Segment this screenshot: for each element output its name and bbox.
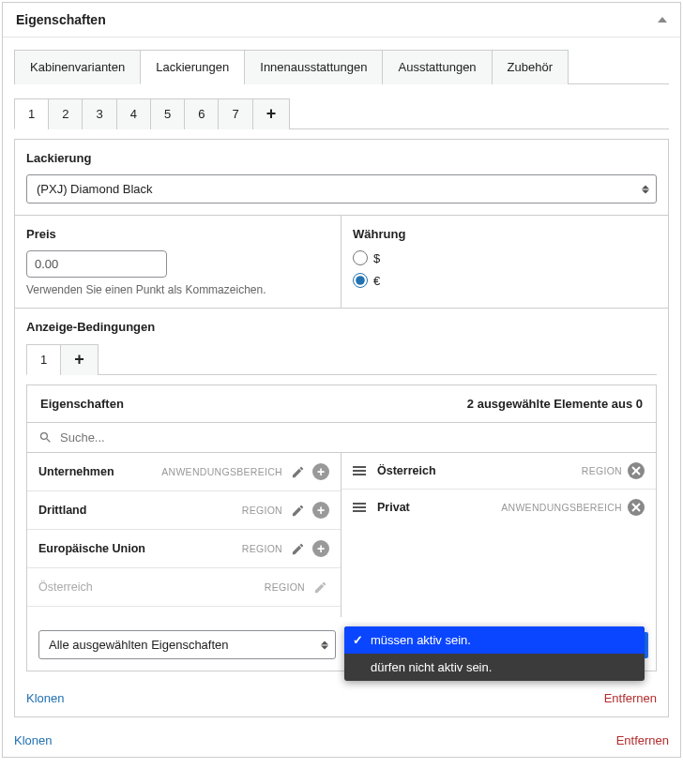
selected-list: Österreich REGION Privat ANWENDUNGSBEREI… [342,453,656,617]
props-count: 2 ausgewählte Elemente aus 0 [467,397,643,411]
available-list: Unternehmen ANWENDUNGSBEREICH + Drittlan… [27,453,342,617]
list-item[interactable]: Österreich REGION [342,453,656,490]
currency-eur-radio[interactable] [353,273,368,288]
tab-kabinenvarianten[interactable]: Kabinenvarianten [14,50,141,84]
currency-usd-label: $ [373,251,380,265]
edit-icon[interactable] [288,616,307,617]
panel-title: Eigenschaften [16,12,106,27]
preis-input[interactable] [26,250,167,278]
list-item: Crew Cab 5'7''-Bed KABINENVARIANTE + [27,607,341,617]
drag-handle-icon[interactable] [353,503,366,512]
clone-variant-button[interactable]: Klonen [14,733,52,747]
tab-lackierungen[interactable]: Lackierungen [140,50,245,84]
add-variant-button[interactable]: + [252,98,291,129]
list-item: Österreich REGION [27,568,341,607]
variant-tab-1[interactable]: 1 [14,98,49,129]
add-icon[interactable]: + [312,463,329,480]
lackierung-label: Lackierung [26,151,657,165]
edit-icon[interactable] [311,578,329,596]
remove-condition-button[interactable]: Entfernen [604,691,657,705]
currency-usd-radio[interactable] [353,250,368,265]
search-input[interactable] [60,430,645,445]
variant-tab-4[interactable]: 4 [116,98,151,129]
preis-label: Preis [26,227,329,241]
edit-icon[interactable] [288,462,307,481]
list-item: Drittland REGION + [27,491,341,530]
variant-tab-3[interactable]: 3 [82,98,116,129]
variant-tab-5[interactable]: 5 [150,98,185,129]
conditions-label: Anzeige-Bedingungen [26,320,657,334]
remove-variant-button[interactable]: Entfernen [616,733,669,747]
list-item: Europäische Union REGION + [27,530,341,568]
drag-handle-icon[interactable] [353,466,366,475]
search-icon [38,430,53,445]
main-tabs: Kabinenvarianten Lackierungen Innenausst… [14,49,669,84]
remove-icon[interactable] [628,499,645,516]
tab-ausstattungen[interactable]: Ausstattungen [382,50,492,84]
preis-hint: Verwenden Sie einen Punkt als Kommazeich… [26,283,329,296]
variant-tab-7[interactable]: 7 [218,98,252,129]
add-condition-button[interactable]: + [60,344,99,375]
condition-mode-dropdown: müssen aktiv sein. dürfen nicht aktiv se… [344,626,645,681]
list-item[interactable]: Privat ANWENDUNGSBEREICH [342,490,656,525]
list-item: Unternehmen ANWENDUNGSBEREICH + [27,453,341,491]
variant-tab-6[interactable]: 6 [184,98,219,129]
lackierung-select[interactable]: (PXJ) Diamond Black [26,174,657,204]
remove-icon[interactable] [628,462,645,479]
props-title: Eigenschaften [40,397,124,411]
edit-icon[interactable] [288,539,307,558]
add-icon[interactable]: + [312,540,329,557]
dropdown-option-active[interactable]: müssen aktiv sein. [344,626,645,654]
edit-icon[interactable] [288,501,307,520]
condition-tab-1[interactable]: 1 [26,344,61,375]
tab-innenausstattungen[interactable]: Innenausstattungen [244,50,383,84]
add-icon[interactable]: + [312,502,329,519]
condition-tabs: 1 + [26,343,657,375]
waehrung-label: Währung [353,227,657,241]
currency-eur-label: € [373,274,380,288]
panel-header[interactable]: Eigenschaften [3,3,680,38]
clone-condition-button[interactable]: Klonen [26,691,64,705]
tab-zubehoer[interactable]: Zubehör [492,50,569,84]
collapse-icon [658,17,667,23]
variant-tabs: 1 2 3 4 5 6 7 + [14,98,669,129]
condition-scope-select[interactable]: Alle ausgewählten Eigenschaften [38,630,336,659]
dropdown-option-inactive[interactable]: dürfen nicht aktiv sein. [344,654,645,681]
variant-tab-2[interactable]: 2 [48,98,83,129]
